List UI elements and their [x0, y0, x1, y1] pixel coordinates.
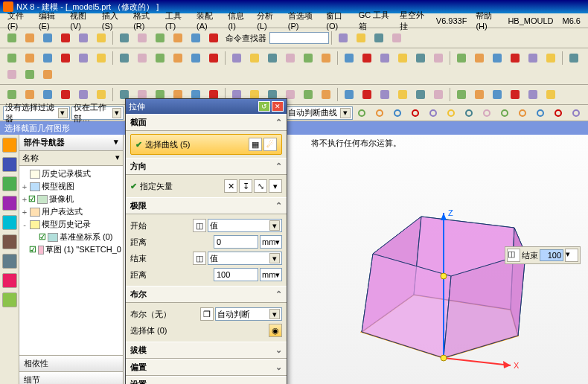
- toolbar-button[interactable]: [318, 86, 334, 103]
- select-curve-row[interactable]: ✔选择曲线 (5) ▦☄: [130, 134, 282, 155]
- tree-item[interactable]: +模型视图: [21, 180, 121, 193]
- snap-button[interactable]: [461, 105, 477, 121]
- resource-tab[interactable]: [2, 196, 17, 211]
- snap-button[interactable]: [425, 105, 441, 121]
- navigator-column-header[interactable]: 名称 ▾: [19, 151, 123, 166]
- toolbar-button[interactable]: [507, 86, 523, 103]
- toolbar-button[interactable]: [318, 50, 334, 66]
- toolbar-button[interactable]: [430, 86, 447, 103]
- snap-button[interactable]: [514, 105, 531, 121]
- toolbar-button[interactable]: [188, 30, 204, 46]
- toolbar-button[interactable]: [134, 50, 150, 66]
- dynamic-input-box[interactable]: ◫ 结束 ▾: [505, 246, 581, 264]
- toolbar-button[interactable]: [543, 50, 559, 66]
- tree-item[interactable]: +☑摄像机: [21, 193, 121, 205]
- toolbar-button[interactable]: [246, 50, 263, 66]
- resource-tab[interactable]: [2, 138, 17, 153]
- toolbar-button[interactable]: [471, 86, 488, 103]
- toolbar-button[interactable]: [116, 50, 132, 66]
- toolbar-button[interactable]: [394, 50, 411, 66]
- snap-button[interactable]: [371, 105, 388, 121]
- toolbar-button[interactable]: [489, 50, 505, 66]
- toolbar-button[interactable]: [39, 86, 56, 103]
- toolbar-button[interactable]: [264, 50, 281, 66]
- menu-H[interactable]: 帮助(H): [471, 9, 503, 32]
- toolbar-button[interactable]: [412, 50, 429, 66]
- toolbar-button[interactable]: [453, 50, 470, 66]
- panel-menu-icon[interactable]: ▾: [114, 137, 118, 148]
- filter-combo-1[interactable]: 没有选择过滤器▾: [3, 106, 70, 120]
- toolbar-button[interactable]: [229, 50, 245, 66]
- snap-button[interactable]: [496, 105, 513, 121]
- toolbar-button[interactable]: [282, 50, 298, 66]
- menu-I[interactable]: 信息(I): [223, 9, 252, 32]
- sketch-icon[interactable]: ▦: [249, 138, 262, 151]
- section-header-draft[interactable]: 拔模⌄: [126, 342, 287, 359]
- menu-T[interactable]: 工具(T): [161, 9, 192, 32]
- dialog-titlebar[interactable]: 拉伸 ↺ ✕: [126, 99, 287, 114]
- toolbar-button[interactable]: [335, 30, 351, 46]
- toolbar-button[interactable]: [205, 30, 222, 46]
- toolbar-button[interactable]: [4, 30, 20, 46]
- menu-HB_MOULD[interactable]: HB_MOULD: [503, 15, 557, 27]
- toolbar-button[interactable]: [566, 50, 582, 66]
- toolbar-button[interactable]: [300, 86, 316, 103]
- dynamic-input-field[interactable]: [540, 249, 563, 261]
- end-type-combo[interactable]: 值▾: [208, 252, 282, 265]
- end-distance-input[interactable]: [214, 268, 258, 281]
- section-header-direction[interactable]: 方向⌃: [126, 158, 287, 175]
- snap-button[interactable]: [354, 105, 370, 121]
- toolbar-button[interactable]: [116, 30, 132, 46]
- toolbar-button[interactable]: [22, 86, 38, 103]
- toolbar-button[interactable]: [525, 50, 541, 66]
- start-distance-input[interactable]: [214, 235, 258, 249]
- menu-S[interactable]: 插入(S): [98, 9, 129, 32]
- snap-button[interactable]: [550, 105, 566, 121]
- toolbar-button[interactable]: [57, 50, 74, 66]
- snap-button[interactable]: [443, 105, 459, 121]
- toolbar-button[interactable]: [39, 66, 56, 83]
- menu-E[interactable]: 编辑(E): [34, 9, 65, 32]
- toolbar-button[interactable]: [300, 50, 316, 66]
- resource-tab[interactable]: [2, 176, 17, 191]
- snap-button[interactable]: [407, 105, 424, 121]
- toolbar-button[interactable]: [453, 86, 470, 103]
- toolbar-button[interactable]: [377, 50, 393, 66]
- toolbar-button[interactable]: [353, 30, 369, 46]
- filter-combo-3[interactable]: 自动判断曲线▾: [286, 106, 353, 120]
- tree-item[interactable]: +用户表达式: [21, 205, 121, 218]
- toolbar-button[interactable]: [22, 66, 38, 83]
- toolbar-button[interactable]: [75, 50, 92, 66]
- menu-M66[interactable]: M6.6: [558, 15, 585, 27]
- command-finder-input[interactable]: [269, 32, 329, 44]
- menu-P[interactable]: 首选项(P): [284, 9, 322, 32]
- menu-L[interactable]: 分析(L): [252, 9, 283, 32]
- toolbar-button[interactable]: [525, 86, 541, 103]
- menu-V[interactable]: 视图(V): [65, 9, 97, 32]
- toolbar-button[interactable]: [543, 86, 559, 103]
- toolbar-button[interactable]: [170, 50, 186, 66]
- snap-button[interactable]: [389, 105, 406, 121]
- body-icon[interactable]: ◉: [269, 324, 282, 337]
- boolean-combo[interactable]: 自动判断▾: [215, 307, 282, 321]
- resource-tab[interactable]: [2, 292, 17, 307]
- toolbar-button[interactable]: [507, 50, 523, 66]
- section-header-offset[interactable]: 偏置⌄: [126, 359, 287, 376]
- dialog-close-icon[interactable]: ✕: [272, 101, 284, 112]
- chevron-down-icon[interactable]: ▾: [565, 249, 578, 262]
- toolbar-button[interactable]: [389, 30, 405, 46]
- toolbar-button[interactable]: [93, 86, 109, 103]
- section-header-curve[interactable]: 截面⌃: [126, 114, 287, 131]
- snap-button[interactable]: [479, 105, 495, 121]
- toolbar-button[interactable]: [22, 30, 38, 46]
- toolbar-button[interactable]: [39, 50, 56, 66]
- filter-combo-2[interactable]: 仅在工作部…▾: [71, 106, 124, 120]
- toolbar-button[interactable]: [4, 50, 20, 66]
- section-header-boolean[interactable]: 布尔⌃: [126, 286, 287, 303]
- toolbar-button[interactable]: [341, 86, 357, 103]
- start-unit-combo[interactable]: mm▾: [260, 235, 282, 249]
- vector-auto-icon[interactable]: ⤡: [254, 179, 267, 193]
- toolbar-button[interactable]: [57, 86, 74, 103]
- toolbar-button[interactable]: [377, 86, 393, 103]
- toolbar-button[interactable]: [359, 50, 375, 66]
